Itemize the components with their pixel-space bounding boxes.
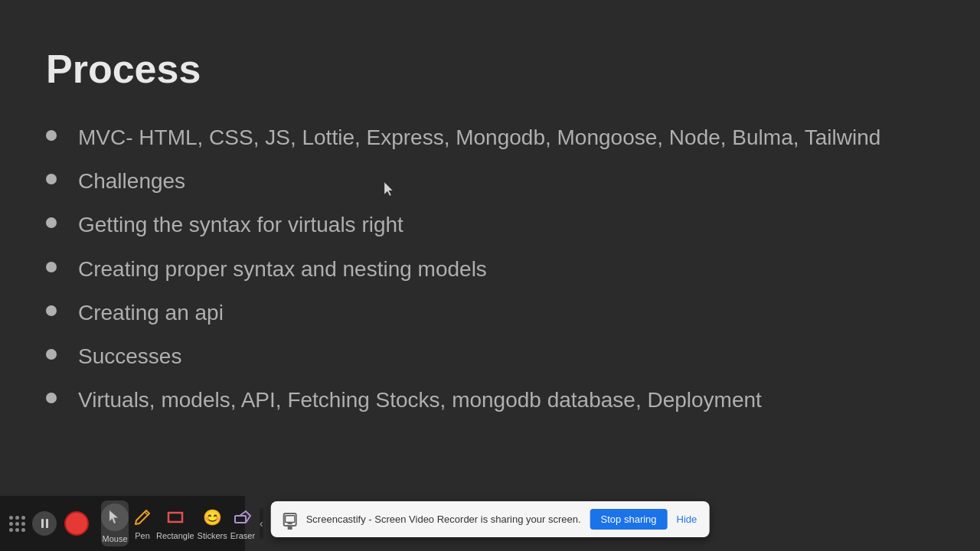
bullet-dot <box>46 217 57 228</box>
bullet-dot <box>46 349 57 360</box>
eraser-tool-label: Eraser <box>230 531 255 540</box>
collapse-toolbar-button[interactable]: ‹ <box>260 508 263 539</box>
mouse-tool[interactable]: Mouse <box>101 500 129 546</box>
list-item: MVC- HTML, CSS, JS, Lottie, Express, Mon… <box>46 122 934 152</box>
bullet-list: MVC- HTML, CSS, JS, Lottie, Express, Mon… <box>46 122 934 415</box>
eraser-icon <box>232 507 253 528</box>
bullet-dot <box>46 305 57 316</box>
bullet-dot <box>46 130 57 141</box>
list-item: Challenges <box>46 166 934 196</box>
bullet-text: MVC- HTML, CSS, JS, Lottie, Express, Mon… <box>78 122 880 152</box>
record-button[interactable] <box>64 511 89 536</box>
hide-button[interactable]: Hide <box>677 514 697 525</box>
bullet-dot <box>46 174 57 184</box>
grid-menu-icon[interactable] <box>9 516 24 531</box>
list-item: Getting the syntax for virtuals right <box>46 210 934 240</box>
rectangle-tool[interactable]: Rectangle <box>156 500 194 546</box>
screen-share-icon <box>283 513 297 527</box>
stickers-icon: 😊 <box>201 507 223 528</box>
bullet-text: Getting the syntax for virtuals right <box>78 210 403 240</box>
sharing-message: Screencastify - Screen Video Recorder is… <box>306 514 581 525</box>
list-item: Virtuals, models, API, Fetching Stocks, … <box>46 385 934 415</box>
mouse-icon <box>101 504 129 531</box>
sharing-notification-bar: Screencastify - Screen Video Recorder is… <box>271 501 710 537</box>
slide-content: Process MVC- HTML, CSS, JS, Lottie, Expr… <box>0 0 980 415</box>
rectangle-tool-label: Rectangle <box>156 531 194 540</box>
svg-rect-2 <box>286 515 295 522</box>
stop-sharing-button[interactable]: Stop sharing <box>590 509 668 530</box>
mouse-tool-label: Mouse <box>102 534 127 543</box>
bullet-dot <box>46 393 57 403</box>
toolbar: Mouse Pen Rectangle 😊 Stickers <box>0 496 245 551</box>
bullet-text: Challenges <box>78 166 185 196</box>
stickers-tool-label: Stickers <box>198 531 227 540</box>
pen-tool-label: Pen <box>135 531 150 540</box>
list-item: Creating an api <box>46 298 934 328</box>
pen-icon <box>132 507 153 528</box>
svg-rect-0 <box>168 513 182 522</box>
list-item: Creating proper syntax and nesting model… <box>46 254 934 284</box>
bullet-text: Creating an api <box>78 298 224 328</box>
list-item: Successes <box>46 341 934 371</box>
slide-title: Process <box>46 46 934 92</box>
bullet-text: Creating proper syntax and nesting model… <box>78 254 487 284</box>
bullet-dot <box>46 262 57 272</box>
svg-rect-1 <box>235 516 246 523</box>
rectangle-icon <box>165 507 186 528</box>
stickers-tool[interactable]: 😊 Stickers <box>198 500 227 546</box>
pen-tool[interactable]: Pen <box>132 500 153 546</box>
bullet-text: Virtuals, models, API, Fetching Stocks, … <box>78 385 762 415</box>
eraser-tool[interactable]: Eraser <box>230 500 255 546</box>
bullet-text: Successes <box>78 341 181 371</box>
pause-button[interactable] <box>32 511 57 536</box>
